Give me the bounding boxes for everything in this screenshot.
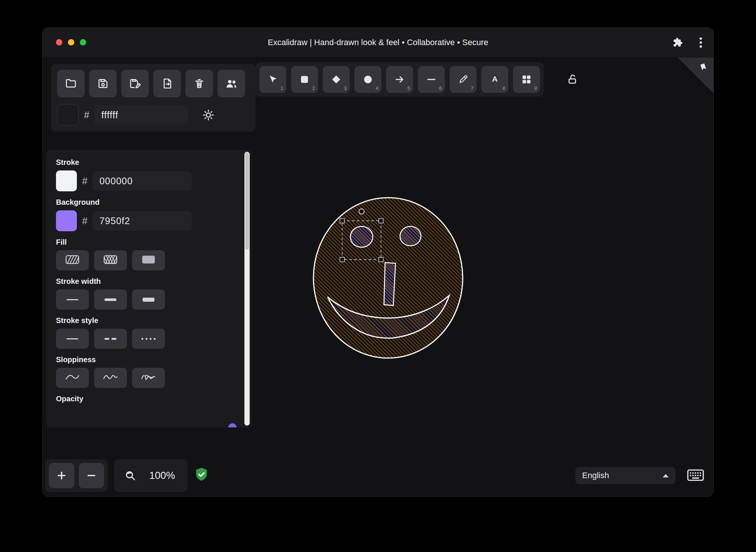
stroke-style-solid-button[interactable] [56,329,89,349]
keyboard-shortcuts-icon[interactable] [687,469,704,483]
encryption-shield-icon[interactable] [194,467,209,484]
tool-line[interactable]: 6 [418,66,445,93]
minus-icon [86,470,97,481]
zoom-reset-island: 100% [114,459,188,492]
stroke-color-input[interactable] [93,171,192,191]
dashed-line-icon [104,338,109,340]
save-button[interactable] [89,70,117,97]
drawing-smiley[interactable] [304,192,479,371]
extrabold-line-icon [143,298,154,302]
dashed-line-icon [112,338,116,340]
fill-solid-button[interactable] [132,250,165,270]
properties-panel: Stroke # Background # Fill [46,150,252,427]
zoom-reset-icon [124,470,136,482]
zoom-in-button[interactable] [49,463,74,488]
stroke-style-dotted-button[interactable] [132,329,165,349]
minimize-button[interactable] [68,39,74,46]
tool-ellipse[interactable]: 4 [354,66,381,93]
language-value: English [582,471,609,480]
solid-fill-icon [141,255,156,266]
theme-sun-icon[interactable] [202,109,215,121]
file-actions-island: # [51,64,256,132]
background-color-swatch[interactable] [56,210,77,231]
fill-hachure-button[interactable] [56,250,89,270]
save-as-icon [129,78,141,90]
lock-icon[interactable] [567,73,579,87]
open-button[interactable] [57,70,85,97]
right-eye-shape[interactable] [400,226,421,246]
left-eye-shape[interactable] [350,226,373,247]
save-as-button[interactable] [121,70,149,97]
canvas-color-input[interactable] [94,105,188,125]
stroke-style-label: Stroke style [56,316,242,325]
export-button[interactable] [153,70,181,97]
language-select[interactable]: English [575,467,675,484]
collaboration-button[interactable] [218,70,245,97]
plus-icon [56,470,67,481]
bold-line-icon [104,298,116,301]
shapes-grid-icon [521,74,532,85]
stroke-width-thin-button[interactable] [56,289,89,310]
traffic-lights [56,39,86,46]
tool-draw[interactable]: 7 [450,66,477,93]
panel-scrollbar-thumb[interactable] [245,153,249,250]
line-icon [426,74,437,85]
export-icon [161,78,173,90]
sloppiness-artist-button[interactable] [94,368,127,388]
tool-diamond[interactable]: 3 [323,66,350,93]
close-button[interactable] [56,39,62,46]
stroke-width-bold-button[interactable] [94,289,127,310]
resize-handle-ne[interactable] [379,219,383,223]
folder-open-icon [65,78,77,90]
hachure-icon [65,255,79,266]
resize-handle-sw[interactable] [340,257,344,262]
library-corner-toggle[interactable] [678,57,713,93]
tool-arrow[interactable]: 5 [386,66,413,93]
solid-line-icon [66,338,78,339]
zoom-island [45,459,108,492]
opacity-slider-thumb[interactable] [228,423,237,427]
tool-rectangle[interactable]: 2 [291,66,318,93]
tool-shortcut: 8 [503,85,505,91]
sloppiness-architect-button[interactable] [56,368,89,388]
delete-button[interactable] [185,70,213,97]
stroke-width-extrabold-button[interactable] [132,289,165,310]
resize-handle-nw[interactable] [340,219,344,223]
trash-icon [193,78,205,90]
zoom-level[interactable]: 100% [149,470,175,482]
tool-shortcut: 3 [344,85,347,91]
fullscreen-button[interactable] [80,39,86,46]
rotation-handle[interactable] [359,209,364,214]
arrow-icon [394,74,405,85]
text-icon: A [490,74,500,85]
resize-handle-se[interactable] [379,257,383,262]
svg-text:A: A [492,75,497,83]
kebab-menu-icon[interactable] [699,37,702,48]
background-hash: # [82,215,87,227]
tool-selection[interactable]: 1 [259,66,286,93]
canvas-background-swatch[interactable] [57,104,79,126]
ellipse-icon [363,74,373,85]
panel-scrollbar[interactable] [244,152,250,426]
zoom-out-button[interactable] [79,463,104,488]
nose-shape[interactable] [384,263,396,305]
tool-text[interactable]: A 8 [481,66,508,93]
fill-crosshatch-button[interactable] [94,250,127,270]
zoom-reset-button[interactable] [118,463,143,488]
dotted-line-icon [154,338,156,340]
tool-shapes-library[interactable]: 9 [513,66,540,93]
stroke-color-swatch[interactable] [56,170,77,191]
tool-shortcut: 1 [281,85,283,91]
background-label: Background [56,198,242,207]
crosshatch-icon [103,255,118,266]
stroke-style-dashed-button[interactable] [94,329,127,349]
sloppiness-cartoonist-button[interactable] [132,368,165,388]
stroke-hash: # [82,175,87,187]
tool-shortcut: 4 [376,85,378,91]
tool-shortcut: 7 [471,85,474,91]
app-window: Excalidraw | Hand-drawn look & feel • Co… [43,28,713,496]
canvas-area[interactable]: # 1 2 3 4 [43,57,713,496]
background-color-input[interactable] [93,211,192,230]
rectangle-icon [299,74,310,85]
extensions-icon[interactable] [673,37,683,47]
